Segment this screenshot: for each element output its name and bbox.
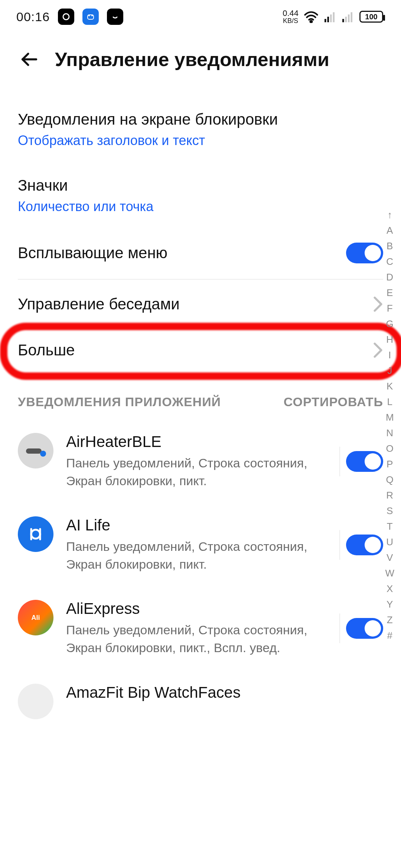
status-right: 0.44 KB/S 100 xyxy=(283,9,383,24)
index-letter[interactable]: N xyxy=(383,426,396,440)
app-name: AliExpress xyxy=(66,600,327,618)
app-row[interactable]: AirHeaterBLE Панель уведомлений, Строка … xyxy=(18,420,383,503)
content: Уведомления на экране блокировки Отображ… xyxy=(0,96,401,733)
net-speed-val: 0.44 xyxy=(283,9,299,18)
svg-rect-6 xyxy=(327,17,329,22)
svg-point-0 xyxy=(63,14,69,20)
index-letter[interactable]: L xyxy=(384,395,395,409)
app-icon xyxy=(18,433,53,468)
section-title: УВЕДОМЛЕНИЯ ПРИЛОЖЕНИЙ xyxy=(18,395,221,409)
app-toggle[interactable] xyxy=(346,535,383,555)
app-row[interactable]: AI Life Панель уведомлений, Строка состо… xyxy=(18,503,383,586)
svg-rect-7 xyxy=(330,14,332,22)
net-speed: 0.44 KB/S xyxy=(283,9,299,24)
svg-rect-10 xyxy=(345,17,347,22)
app-row[interactable]: AmazFit Bip WatchFaces xyxy=(18,670,383,733)
status-time: 00:16 xyxy=(16,10,50,24)
app-toggle[interactable] xyxy=(346,451,383,472)
row-lockscreen-notifications[interactable]: Уведомления на экране блокировки Отображ… xyxy=(18,96,383,162)
app-desc: Панель уведомлений, Строка состояния, Эк… xyxy=(66,454,327,490)
divider xyxy=(18,279,383,280)
svg-rect-12 xyxy=(351,12,353,22)
index-letter[interactable]: K xyxy=(384,379,396,393)
svg-rect-8 xyxy=(333,12,335,22)
section-header: УВЕДОМЛЕНИЯ ПРИЛОЖЕНИЙ СОРТИРОВАТЬ xyxy=(18,377,383,420)
battery-value: 100 xyxy=(365,13,377,21)
signal-icon-2 xyxy=(342,11,354,22)
popup-toggle[interactable] xyxy=(346,243,383,263)
row-label: Всплывающие меню xyxy=(18,244,167,262)
index-letter[interactable]: V xyxy=(384,550,396,565)
row-subtitle: Количество или точка xyxy=(18,199,153,214)
app-toggle[interactable] xyxy=(346,618,383,639)
alpha-index[interactable]: ↑ABCDEFGHIJKLMNOPQRSTUVWXYZ# xyxy=(382,208,397,642)
row-label: Уведомления на экране блокировки xyxy=(18,111,278,128)
index-letter[interactable]: S xyxy=(384,504,396,518)
index-letter[interactable]: P xyxy=(384,457,396,471)
row-conversations[interactable]: Управление беседами xyxy=(18,281,383,327)
separator xyxy=(339,447,340,476)
app-name: AirHeaterBLE xyxy=(66,433,327,451)
divider xyxy=(18,375,383,375)
index-letter[interactable]: U xyxy=(383,535,396,549)
index-letter[interactable]: D xyxy=(383,270,396,284)
row-label: Значки xyxy=(18,177,153,194)
app-name: AI Life xyxy=(66,516,327,534)
row-badges[interactable]: Значки Количество или точка xyxy=(18,162,383,228)
app-icon xyxy=(18,684,53,719)
row-label: Управление беседами xyxy=(18,295,180,313)
index-letter[interactable]: O xyxy=(383,441,397,456)
index-letter[interactable]: H xyxy=(383,332,396,346)
app-icon: Ali xyxy=(18,600,53,635)
row-subtitle: Отображать заголовок и текст xyxy=(18,133,278,148)
statusbar-app-icon-3 xyxy=(107,9,123,25)
index-letter[interactable]: # xyxy=(384,628,395,642)
row-more-wrapper: Больше xyxy=(18,327,383,373)
svg-rect-5 xyxy=(325,19,326,22)
svg-rect-14 xyxy=(26,448,42,454)
app-row[interactable]: Ali AliExpress Панель уведомлений, Строк… xyxy=(18,586,383,670)
index-letter[interactable]: Z xyxy=(384,613,396,627)
separator xyxy=(339,614,340,643)
index-letter[interactable]: I xyxy=(385,348,394,362)
svg-rect-11 xyxy=(348,14,350,22)
net-speed-unit: KB/S xyxy=(283,17,299,24)
separator xyxy=(339,530,340,560)
row-label: Больше xyxy=(18,341,75,359)
index-letter[interactable]: Y xyxy=(384,597,396,611)
statusbar-app-icon-2 xyxy=(82,9,99,25)
index-letter[interactable]: M xyxy=(383,410,397,424)
index-letter[interactable]: C xyxy=(383,254,396,269)
index-letter[interactable]: G xyxy=(383,317,397,331)
row-popup-menus[interactable]: Всплывающие меню xyxy=(18,228,383,277)
status-bar: 00:16 0.44 KB/S 100 xyxy=(0,0,401,33)
chevron-right-icon xyxy=(373,296,383,312)
page-title: Управление уведомлениями xyxy=(55,48,329,70)
back-button[interactable] xyxy=(18,48,40,70)
wifi-icon xyxy=(304,10,319,23)
app-name: AmazFit Bip WatchFaces xyxy=(66,684,383,701)
index-letter[interactable]: B xyxy=(384,239,396,253)
arrow-left-icon xyxy=(19,50,39,69)
sort-button[interactable]: СОРТИРОВАТЬ xyxy=(284,395,383,409)
index-letter[interactable]: J xyxy=(384,364,395,378)
index-letter[interactable]: E xyxy=(384,286,396,300)
chevron-right-icon xyxy=(373,342,383,358)
index-letter[interactable]: W xyxy=(382,566,397,580)
row-more[interactable]: Больше xyxy=(18,327,383,373)
app-desc: Панель уведомлений, Строка состояния, Эк… xyxy=(66,538,327,573)
index-letter[interactable]: A xyxy=(384,223,396,237)
header: Управление уведомлениями xyxy=(0,33,401,96)
index-letter[interactable]: ↑ xyxy=(384,208,395,222)
app-icon xyxy=(18,516,53,552)
index-letter[interactable]: T xyxy=(384,519,396,533)
statusbar-app-icon-1 xyxy=(58,9,74,25)
status-left: 00:16 xyxy=(16,9,123,25)
svg-rect-9 xyxy=(342,19,344,22)
index-letter[interactable]: Q xyxy=(383,473,397,487)
index-letter[interactable]: R xyxy=(383,488,396,502)
index-letter[interactable]: X xyxy=(384,582,396,596)
app-desc: Панель уведомлений, Строка состояния, Эк… xyxy=(66,621,327,657)
signal-icon-1 xyxy=(324,11,336,22)
index-letter[interactable]: F xyxy=(384,301,396,315)
